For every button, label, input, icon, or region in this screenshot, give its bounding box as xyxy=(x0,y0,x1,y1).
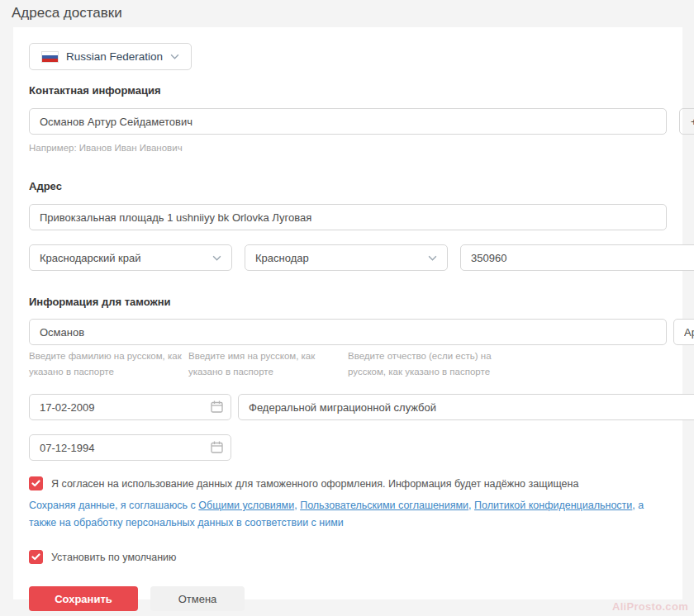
passport-issue-date-input[interactable] xyxy=(29,394,231,420)
address-section-header: Адрес xyxy=(29,180,667,192)
contact-section-header: Контактная информация xyxy=(29,84,667,97)
terms-link[interactable]: Общими условиями xyxy=(198,500,294,511)
page-title: Адреса доставки xyxy=(0,0,694,21)
calendar-icon[interactable] xyxy=(211,400,223,413)
chevron-down-icon xyxy=(212,255,221,261)
street-address-input[interactable] xyxy=(29,204,667,230)
customs-middle-name-hint: Введите отчество (если есть) на русском,… xyxy=(348,348,501,379)
calendar-icon[interactable] xyxy=(211,441,223,453)
country-select-label: Russian Federation xyxy=(66,50,163,63)
user-agreement-link[interactable]: Пользовательскими соглашениями xyxy=(300,500,468,511)
checkmark-icon xyxy=(31,553,40,561)
watermark: AliProsto.com xyxy=(612,600,688,613)
phone-group: +7 xyxy=(679,108,694,135)
customs-section-header: Информация для таможни xyxy=(29,296,667,308)
city-select[interactable]: Краснодар xyxy=(245,244,448,271)
region-select-value: Краснодарский край xyxy=(40,252,140,264)
region-select[interactable]: Краснодарский край xyxy=(29,244,232,271)
chevron-down-icon xyxy=(428,255,437,261)
save-button[interactable]: Сохранить xyxy=(29,586,138,611)
full-name-hint: Например: Иванов Иван Иванович xyxy=(29,140,667,155)
checkmark-icon xyxy=(31,480,40,487)
privacy-policy-link[interactable]: Политикой конфиденциальности xyxy=(474,500,632,511)
legal-text: Сохраняя данные, я соглашаюсь с Общими у… xyxy=(29,497,667,531)
customs-last-name-input[interactable] xyxy=(29,319,667,345)
cancel-button[interactable]: Отмена xyxy=(150,586,245,611)
delivery-address-form: Russian Federation Контактная информация… xyxy=(13,27,682,599)
set-default-label: Установить по умолчанию xyxy=(51,550,176,563)
customs-consent-label: Я согласен на использование данных для т… xyxy=(51,476,578,490)
customs-first-name-hint: Введите имя на русском, как указано в па… xyxy=(188,348,341,379)
customs-last-name-hint: Введите фамилию на русском, как указано … xyxy=(29,348,182,379)
set-default-checkbox[interactable] xyxy=(29,550,43,564)
country-select[interactable]: Russian Federation xyxy=(29,43,192,70)
zip-code-input[interactable] xyxy=(460,244,694,271)
russia-flag-icon xyxy=(41,51,59,63)
customs-first-name-input[interactable] xyxy=(673,319,694,345)
full-name-input[interactable] xyxy=(29,108,667,135)
birth-date-input[interactable] xyxy=(29,434,231,461)
phone-prefix[interactable]: +7 xyxy=(680,109,694,134)
passport-issuer-input[interactable] xyxy=(238,394,694,420)
city-select-value: Краснодар xyxy=(255,252,309,264)
chevron-down-icon xyxy=(170,54,179,59)
customs-consent-checkbox[interactable] xyxy=(29,476,43,490)
